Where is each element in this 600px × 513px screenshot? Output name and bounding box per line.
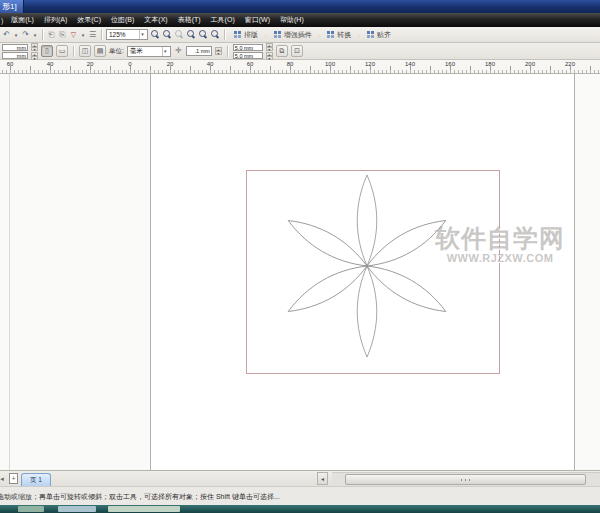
zoom-page-width-icon[interactable] xyxy=(210,30,220,40)
taskbar-button[interactable] xyxy=(58,506,96,512)
ruler-label: 180 xyxy=(485,61,495,67)
page-tab-1[interactable]: 页 1 xyxy=(21,473,51,486)
snap-to-label: 贴齐 xyxy=(377,30,391,40)
property-bar: mm mm ▴▾ ▴▾ ▯ ▭ ◫ ▤ 单位: 毫米 ▾ ✛ .1 mm ▴▾ … xyxy=(0,43,600,60)
drawing-canvas[interactable]: 软件自学网 WWW.RJZXW.COM xyxy=(0,74,600,470)
ruler-label: 80 xyxy=(287,61,294,67)
title-bar: 形1] xyxy=(0,0,600,13)
menu-item[interactable]: 文本(X) xyxy=(139,13,172,27)
status-bar: 拖动或缩放；再单击可旋转或倾斜；双击工具，可选择所有对象；按住 Shift 键单… xyxy=(0,486,600,505)
prev-page-arrow-icon[interactable]: ◂ xyxy=(0,475,6,483)
unit-value: 毫米 xyxy=(130,47,160,56)
paper-height-stepper[interactable]: ▴▾ xyxy=(31,52,38,60)
layout-button-label: 排版 xyxy=(244,30,258,40)
nudge-stepper[interactable]: ▴▾ xyxy=(215,47,222,55)
chevron-down-icon: ▾ xyxy=(139,30,145,39)
undo-icon[interactable]: ↶ xyxy=(2,28,11,42)
menu-bar: ) 版面(L)排列(A)效果(C)位图(B)文本(X)表格(T)工具(O)窗口(… xyxy=(0,13,600,27)
menu-item[interactable]: 工具(O) xyxy=(206,13,240,27)
toolbar-separator: . xyxy=(319,32,321,38)
ruler-label: 60 xyxy=(247,61,254,67)
toolbar-separator xyxy=(101,29,102,40)
ruler-label: 100 xyxy=(325,61,335,67)
redo-icon[interactable]: ↷ xyxy=(21,28,30,42)
menu-item[interactable]: 表格(T) xyxy=(173,13,206,27)
menu-item[interactable]: 窗口(W) xyxy=(240,13,275,27)
os-taskbar xyxy=(0,505,600,513)
paper-height-field[interactable]: mm xyxy=(2,52,28,59)
grid-icon xyxy=(234,31,237,34)
add-page-icon[interactable]: + xyxy=(9,473,18,484)
ruler-label: 140 xyxy=(405,61,415,67)
zoom-selected-icon[interactable] xyxy=(174,30,184,40)
flower-petal[interactable] xyxy=(362,258,451,320)
ruler-label: 160 xyxy=(445,61,455,67)
page-tab-bar: ◂ + 页 1 ◂ xyxy=(0,470,600,486)
app-window: 形1] ) 版面(L)排列(A)效果(C)位图(B)文本(X)表格(T)工具(O… xyxy=(0,0,600,513)
convert-button-label: 转换 xyxy=(337,30,351,40)
flower-petal[interactable] xyxy=(362,212,451,274)
menu-item[interactable]: 排列(A) xyxy=(39,13,72,27)
taskbar-button[interactable] xyxy=(18,506,44,512)
flower-petal[interactable] xyxy=(283,258,372,320)
ruler-label: 220 xyxy=(565,61,575,67)
convert-button[interactable]: 转换 xyxy=(322,28,356,41)
redo-dropdown-icon[interactable]: ▾ xyxy=(32,32,38,38)
ruler-label: 60 xyxy=(7,61,14,67)
ruler-label: 120 xyxy=(365,61,375,67)
horizontal-ruler: 604020020406080100120140160180200220 xyxy=(0,60,600,74)
menu-item[interactable]: 位图(B) xyxy=(106,13,139,27)
undo-dropdown-icon[interactable]: ▾ xyxy=(13,32,19,38)
duplicate-y-stepper[interactable]: ▴▾ xyxy=(266,52,273,60)
menu-item[interactable]: 版面(L) xyxy=(6,13,39,27)
paper-width-stepper[interactable]: ▴▾ xyxy=(31,43,38,51)
app-launcher-icon[interactable]: ▽ xyxy=(69,28,78,42)
unit-select[interactable]: 毫米 ▾ xyxy=(127,46,171,57)
menu-items: 版面(L)排列(A)效果(C)位图(B)文本(X)表格(T)工具(O)窗口(W)… xyxy=(6,13,308,27)
menu-item[interactable]: 效果(C) xyxy=(72,13,106,27)
landscape-orientation-button[interactable]: ▭ xyxy=(56,45,68,57)
all-pages-icon[interactable]: ◫ xyxy=(79,45,91,57)
portrait-orientation-button[interactable]: ▯ xyxy=(41,45,53,57)
options-list-icon[interactable]: ☰ xyxy=(88,28,97,42)
export-icon[interactable]: ⎘ xyxy=(58,28,67,42)
zoom-page-icon[interactable] xyxy=(198,30,208,40)
horizontal-scrollbar[interactable] xyxy=(332,472,600,486)
zoom-level-combo[interactable]: 125% ▾ xyxy=(106,29,148,40)
duplicate-y-field[interactable]: 5.0 mm xyxy=(233,52,263,59)
duplicate-x-field[interactable]: 5.0 mm xyxy=(233,44,263,51)
zoom-level-value: 125% xyxy=(109,31,137,38)
ruler-label: 40 xyxy=(207,61,214,67)
ruler-label: 20 xyxy=(167,61,174,67)
toolbar-separator xyxy=(42,29,43,40)
toolbar-separator xyxy=(224,29,225,40)
ruler-label: 200 xyxy=(525,61,535,67)
current-page-icon[interactable]: ▤ xyxy=(94,45,106,57)
flower-petal[interactable] xyxy=(357,175,377,266)
zoom-all-objects-icon[interactable] xyxy=(186,30,196,40)
flower-petal[interactable] xyxy=(357,266,377,357)
layout-button[interactable]: 排版 xyxy=(229,28,263,41)
flower-petal[interactable] xyxy=(283,212,372,274)
treat-as-filled-icon[interactable]: ⧉ xyxy=(276,45,288,57)
snap-to-button[interactable]: 贴齐 xyxy=(362,28,396,41)
flower-drawing xyxy=(0,74,600,470)
scroll-left-arrow-icon[interactable]: ◂ xyxy=(317,472,328,485)
taskbar-button[interactable] xyxy=(108,506,180,512)
ruler-label: 40 xyxy=(47,61,54,67)
bounding-box-icon[interactable]: ⊡ xyxy=(291,45,303,57)
nudge-offset-field[interactable]: .1 mm xyxy=(186,46,212,56)
enhanced-plugins-button[interactable]: 增强插件 xyxy=(269,28,317,41)
duplicate-x-stepper[interactable]: ▴▾ xyxy=(266,43,273,51)
propbar-separator xyxy=(227,46,228,57)
paper-width-field[interactable]: mm xyxy=(2,44,28,51)
zoom-out-icon[interactable] xyxy=(162,30,172,40)
toolbar-separator: . xyxy=(358,32,360,38)
zoom-in-icon[interactable] xyxy=(150,30,160,40)
launcher-dropdown-icon[interactable]: ▾ xyxy=(80,32,86,38)
horizontal-scrollbar-thumb[interactable] xyxy=(345,474,586,485)
enhanced-plugins-label: 增强插件 xyxy=(284,30,312,40)
standard-toolbar: ↶ ▾ ↷ ▾ ⎗ ⎘ ▽ ▾ ☰ 125% ▾ 排版 . 增强插件 . xyxy=(0,27,600,43)
menu-item[interactable]: 帮助(H) xyxy=(275,13,309,27)
import-icon[interactable]: ⎗ xyxy=(47,28,56,42)
